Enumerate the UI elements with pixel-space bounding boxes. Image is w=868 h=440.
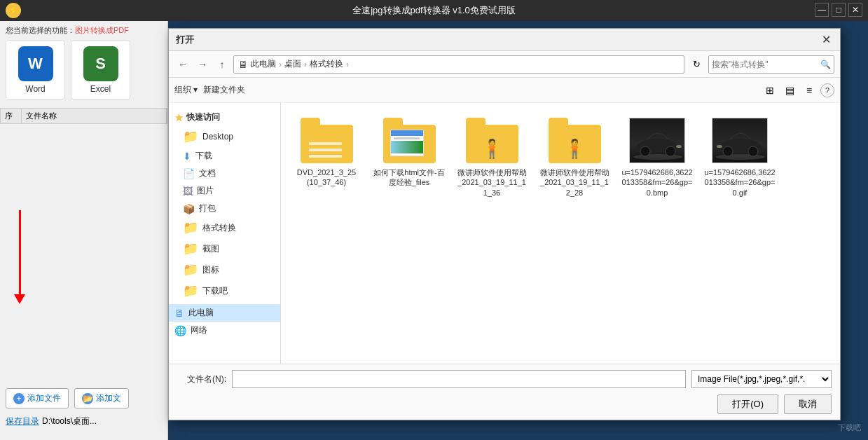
sidebar-item-documents[interactable]: 📄 文档: [169, 165, 280, 182]
close-button[interactable]: ✕: [848, 3, 862, 17]
svg-point-3: [676, 145, 682, 148]
files-area: DVD_2021_3_25(10_37_46): [281, 103, 840, 364]
sidebar-item-images[interactable]: 🖼 图片: [169, 182, 280, 200]
nav-up-button[interactable]: ↑: [214, 56, 230, 73]
file-item-jiangshi2[interactable]: 🧍 微讲师软件使用帮助_2021_03_19_11_12_28: [536, 110, 613, 203]
sidebar-item-label: 图标: [202, 264, 219, 276]
organize-button[interactable]: 组织 ▾: [174, 84, 198, 96]
word-converter-btn[interactable]: W Word: [6, 40, 65, 99]
file-name: 如何下载html文件-百度经验_files: [373, 167, 445, 188]
sidebar-item-format[interactable]: 📁 格式转换: [169, 217, 280, 238]
svg-point-5: [723, 146, 733, 156]
sidebar-item-label: 图片: [197, 185, 214, 197]
folder-icon: 📁: [183, 262, 198, 277]
sidebar-item-download[interactable]: ⬇ 下载: [169, 147, 280, 165]
cancel-button[interactable]: 取消: [784, 394, 832, 414]
excel-converter-btn[interactable]: S Excel: [71, 40, 130, 99]
new-folder-button[interactable]: 新建文件夹: [203, 84, 245, 96]
folder-thumbnail: 🧍: [546, 116, 602, 165]
sidebar-item-downloadbar[interactable]: 📁 下载吧: [169, 280, 280, 301]
svg-point-0: [633, 154, 682, 160]
action-buttons: + 添加文件 📂 添加文: [6, 388, 129, 408]
folder-icon: 📁: [183, 241, 198, 256]
app-title: 全速jpg转换成pdf转换器 v1.0免费试用版: [352, 4, 516, 17]
background-app: 您当前选择的功能：图片转换成PDF W Word S Excel 序 文件名称 …: [0, 21, 168, 440]
sidebar-item-this-computer[interactable]: 🖥 此电脑: [169, 304, 280, 322]
minimize-button[interactable]: —: [815, 3, 829, 17]
watermark: 下载吧: [838, 422, 861, 433]
filename-label: 文件名(N):: [177, 373, 226, 385]
open-button[interactable]: 打开(O): [717, 394, 778, 414]
svg-point-4: [716, 154, 765, 160]
converter-icons: W Word S Excel: [0, 40, 167, 99]
nav-forward-button[interactable]: →: [194, 56, 211, 73]
help-button[interactable]: ?: [820, 83, 834, 97]
nav-back-button[interactable]: ←: [174, 56, 191, 73]
quick-access-header: ★ 快速访问: [169, 109, 280, 126]
breadcrumb: 🖥 此电脑 › 桌面 › 格式转换 ›: [233, 55, 684, 74]
image-icon: 🖼: [183, 186, 193, 197]
image-thumbnail: [629, 116, 685, 165]
folder-thumbnail: 🧍: [464, 116, 520, 165]
file-name: 微讲师软件使用帮助_2021_03_19_11_12_28: [539, 167, 610, 198]
sidebar-item-icons[interactable]: 📁 图标: [169, 259, 280, 280]
feature-label: 您当前选择的功能：图片转换成PDF: [0, 21, 167, 40]
search-box: 🔍: [708, 55, 834, 74]
file-item-dvd[interactable]: DVD_2021_3_25(10_37_46): [288, 110, 365, 203]
star-icon: ★: [174, 112, 184, 123]
svg-point-2: [666, 146, 675, 156]
footer-buttons: 打开(O) 取消: [177, 394, 832, 414]
sidebar-item-screenshot[interactable]: 📁 截图: [169, 238, 280, 259]
svg-point-6: [748, 146, 758, 156]
view-details-button[interactable]: ≡: [801, 82, 818, 99]
title-controls: — □ ✕: [815, 3, 862, 17]
sidebar-item-label: Desktop: [202, 132, 233, 142]
app-logo: ⚡: [6, 3, 21, 18]
add-folder-button[interactable]: 📂 添加文: [74, 388, 129, 408]
sidebar-item-desktop[interactable]: 📁 Desktop: [169, 126, 280, 147]
search-input[interactable]: [712, 60, 820, 69]
sidebar-item-label: 打包: [199, 202, 216, 214]
file-item-jiangshi1[interactable]: 🧍 微讲师软件使用帮助_2021_03_19_11_11_36: [453, 110, 530, 203]
filename-input[interactable]: [232, 370, 686, 388]
folder-icon: 📁: [183, 129, 198, 144]
dialog-body: ★ 快速访问 📁 Desktop ⬇ 下载 📄 文档 🖼 图片: [169, 103, 840, 364]
computer-icon: 🖥: [174, 308, 184, 319]
document-icon: 📄: [183, 168, 195, 179]
svg-point-1: [640, 146, 650, 156]
quick-access-label: 快速访问: [186, 111, 220, 123]
file-name: DVD_2021_3_25(10_37_46): [297, 167, 356, 188]
view-buttons: ⊞ ▤ ≡ ?: [762, 82, 834, 99]
filename-row: 文件名(N): Image File(*.jpg,*.jpeg,*.gif,*.: [177, 370, 832, 388]
save-dir-row: 保存目录 D:\tools\桌面...: [6, 415, 97, 427]
filetype-select[interactable]: Image File(*.jpg,*.jpeg,*.gif,*.: [691, 370, 832, 388]
network-icon: 🌐: [174, 325, 186, 336]
actions-bar: 组织 ▾ 新建文件夹 ⊞ ▤ ≡ ?: [169, 78, 840, 103]
file-name: u=1579462686,3622013358&fm=26&gp=0.gif: [704, 167, 776, 198]
dialog-footer: 文件名(N): Image File(*.jpg,*.jpeg,*.gif,*.…: [169, 364, 840, 420]
dialog-titlebar: 打开 ✕: [169, 29, 840, 51]
view-large-icon-button[interactable]: ⊞: [762, 82, 778, 99]
image-thumbnail: [712, 116, 768, 165]
sidebar: ★ 快速访问 📁 Desktop ⬇ 下载 📄 文档 🖼 图片: [169, 103, 281, 364]
refresh-button[interactable]: ↻: [687, 55, 705, 74]
file-table-header: 序 文件名称: [0, 108, 167, 124]
maximize-button[interactable]: □: [832, 3, 846, 17]
sidebar-item-label: 此电脑: [188, 307, 214, 319]
file-item-gif[interactable]: u=1579462686,3622013358&fm=26&gp=0.gif: [701, 110, 778, 203]
file-name: 微讲师软件使用帮助_2021_03_19_11_11_36: [456, 167, 528, 198]
folder-icon: 📁: [183, 220, 198, 235]
folder-thumbnail: [381, 116, 437, 165]
folder-icon: 📁: [183, 283, 198, 298]
dialog-close-button[interactable]: ✕: [819, 33, 833, 47]
download-icon: ⬇: [183, 151, 191, 162]
add-file-button[interactable]: + 添加文件: [6, 388, 69, 408]
sidebar-item-network[interactable]: 🌐 网络: [169, 322, 280, 339]
file-item-html[interactable]: 如何下载html文件-百度经验_files: [371, 110, 448, 203]
view-list-button[interactable]: ▤: [781, 82, 798, 99]
sidebar-item-zip[interactable]: 📦 打包: [169, 200, 280, 217]
folder-thumbnail: [298, 116, 354, 165]
sidebar-item-label: 下载吧: [202, 285, 228, 297]
sidebar-item-label: 网络: [191, 324, 207, 336]
file-item-bmp[interactable]: u=1579462686,3622013358&fm=26&gp=0.bmp: [619, 110, 696, 203]
